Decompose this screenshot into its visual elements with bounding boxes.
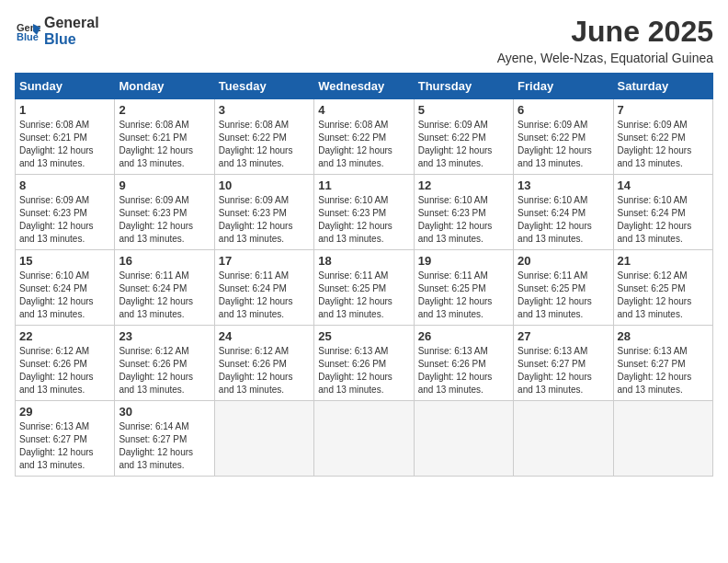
header-sunday: Sunday xyxy=(16,74,115,99)
day-number: 5 xyxy=(418,103,509,117)
day-info: Sunrise: 6:12 AMSunset: 6:25 PMDaylight:… xyxy=(618,270,692,319)
logo-general: General xyxy=(44,15,99,31)
day-info: Sunrise: 6:08 AMSunset: 6:21 PMDaylight:… xyxy=(19,120,94,168)
table-row xyxy=(514,401,613,477)
calendar-week-row: 29 Sunrise: 6:13 AMSunset: 6:27 PMDaylig… xyxy=(16,401,713,477)
day-number: 17 xyxy=(219,254,310,268)
day-info: Sunrise: 6:08 AMSunset: 6:22 PMDaylight:… xyxy=(318,120,392,168)
day-number: 11 xyxy=(318,178,409,192)
day-info: Sunrise: 6:11 AMSunset: 6:24 PMDaylight:… xyxy=(119,270,193,319)
table-row: 23 Sunrise: 6:12 AMSunset: 6:26 PMDaylig… xyxy=(115,326,214,401)
table-row: 15 Sunrise: 6:10 AMSunset: 6:24 PMDaylig… xyxy=(16,250,115,326)
day-number: 22 xyxy=(19,329,110,343)
table-row: 14 Sunrise: 6:10 AMSunset: 6:24 PMDaylig… xyxy=(613,175,712,250)
table-row: 19 Sunrise: 6:11 AMSunset: 6:25 PMDaylig… xyxy=(414,250,513,326)
header-thursday: Thursday xyxy=(414,74,513,99)
header-saturday: Saturday xyxy=(613,74,712,99)
day-number: 4 xyxy=(318,103,409,117)
svg-text:Blue: Blue xyxy=(17,31,39,42)
day-info: Sunrise: 6:13 AMSunset: 6:27 PMDaylight:… xyxy=(618,346,692,395)
day-info: Sunrise: 6:09 AMSunset: 6:23 PMDaylight:… xyxy=(119,195,193,244)
calendar-body: 1 Sunrise: 6:08 AMSunset: 6:21 PMDayligh… xyxy=(16,99,713,477)
calendar-table: Sunday Monday Tuesday Wednesday Thursday… xyxy=(15,73,713,477)
table-row: 21 Sunrise: 6:12 AMSunset: 6:25 PMDaylig… xyxy=(613,250,712,326)
day-number: 30 xyxy=(119,405,210,419)
day-info: Sunrise: 6:12 AMSunset: 6:26 PMDaylight:… xyxy=(19,346,94,395)
logo-blue: Blue xyxy=(44,31,99,48)
calendar-week-row: 1 Sunrise: 6:08 AMSunset: 6:21 PMDayligh… xyxy=(16,99,713,175)
day-number: 20 xyxy=(518,254,609,268)
header-wednesday: Wednesday xyxy=(314,74,414,99)
day-number: 15 xyxy=(19,254,110,268)
table-row: 10 Sunrise: 6:09 AMSunset: 6:23 PMDaylig… xyxy=(214,175,313,250)
day-info: Sunrise: 6:08 AMSunset: 6:22 PMDaylight:… xyxy=(219,120,293,168)
table-row: 27 Sunrise: 6:13 AMSunset: 6:27 PMDaylig… xyxy=(514,326,613,401)
day-number: 1 xyxy=(19,103,110,117)
header-friday: Friday xyxy=(514,74,613,99)
day-number: 2 xyxy=(119,103,210,117)
table-row: 22 Sunrise: 6:12 AMSunset: 6:26 PMDaylig… xyxy=(16,326,115,401)
day-number: 14 xyxy=(618,178,709,192)
day-info: Sunrise: 6:14 AMSunset: 6:27 PMDaylight:… xyxy=(119,421,193,470)
table-row: 5 Sunrise: 6:09 AMSunset: 6:22 PMDayligh… xyxy=(414,99,513,175)
day-number: 27 xyxy=(518,329,609,343)
day-number: 9 xyxy=(119,178,210,192)
table-row xyxy=(314,401,414,477)
day-number: 12 xyxy=(418,178,509,192)
day-info: Sunrise: 6:09 AMSunset: 6:23 PMDaylight:… xyxy=(19,195,94,244)
table-row: 13 Sunrise: 6:10 AMSunset: 6:24 PMDaylig… xyxy=(514,175,613,250)
day-number: 23 xyxy=(119,329,210,343)
day-number: 7 xyxy=(618,103,709,117)
calendar-header: Sunday Monday Tuesday Wednesday Thursday… xyxy=(16,74,713,99)
table-row: 25 Sunrise: 6:13 AMSunset: 6:26 PMDaylig… xyxy=(314,326,414,401)
table-row: 12 Sunrise: 6:10 AMSunset: 6:23 PMDaylig… xyxy=(414,175,513,250)
page-header: General Blue General Blue June 2025 Ayen… xyxy=(15,15,713,65)
table-row: 26 Sunrise: 6:13 AMSunset: 6:26 PMDaylig… xyxy=(414,326,513,401)
table-row xyxy=(214,401,313,477)
table-row: 24 Sunrise: 6:12 AMSunset: 6:26 PMDaylig… xyxy=(214,326,313,401)
logo-icon: General Blue xyxy=(15,18,40,44)
header-monday: Monday xyxy=(115,74,214,99)
day-info: Sunrise: 6:12 AMSunset: 6:26 PMDaylight:… xyxy=(219,346,293,395)
table-row: 17 Sunrise: 6:11 AMSunset: 6:24 PMDaylig… xyxy=(214,250,313,326)
day-info: Sunrise: 6:11 AMSunset: 6:25 PMDaylight:… xyxy=(518,270,592,319)
day-number: 25 xyxy=(318,329,409,343)
calendar-subtitle: Ayene, Wele-Nzas, Equatorial Guinea xyxy=(497,51,713,65)
table-row: 30 Sunrise: 6:14 AMSunset: 6:27 PMDaylig… xyxy=(115,401,214,477)
table-row: 7 Sunrise: 6:09 AMSunset: 6:22 PMDayligh… xyxy=(613,99,712,175)
day-info: Sunrise: 6:11 AMSunset: 6:25 PMDaylight:… xyxy=(318,270,392,319)
day-info: Sunrise: 6:09 AMSunset: 6:22 PMDaylight:… xyxy=(618,120,692,168)
day-number: 16 xyxy=(119,254,210,268)
table-row: 2 Sunrise: 6:08 AMSunset: 6:21 PMDayligh… xyxy=(115,99,214,175)
day-info: Sunrise: 6:09 AMSunset: 6:23 PMDaylight:… xyxy=(219,195,293,244)
day-number: 21 xyxy=(618,254,709,268)
day-number: 26 xyxy=(418,329,509,343)
logo: General Blue General Blue xyxy=(15,15,99,47)
table-row: 4 Sunrise: 6:08 AMSunset: 6:22 PMDayligh… xyxy=(314,99,414,175)
table-row: 18 Sunrise: 6:11 AMSunset: 6:25 PMDaylig… xyxy=(314,250,414,326)
table-row: 9 Sunrise: 6:09 AMSunset: 6:23 PMDayligh… xyxy=(115,175,214,250)
day-number: 24 xyxy=(219,329,310,343)
day-number: 28 xyxy=(618,329,709,343)
calendar-week-row: 8 Sunrise: 6:09 AMSunset: 6:23 PMDayligh… xyxy=(16,175,713,250)
day-info: Sunrise: 6:10 AMSunset: 6:24 PMDaylight:… xyxy=(618,195,692,244)
day-info: Sunrise: 6:11 AMSunset: 6:25 PMDaylight:… xyxy=(418,270,493,319)
table-row: 16 Sunrise: 6:11 AMSunset: 6:24 PMDaylig… xyxy=(115,250,214,326)
day-number: 10 xyxy=(219,178,310,192)
header-tuesday: Tuesday xyxy=(214,74,313,99)
table-row xyxy=(613,401,712,477)
day-number: 3 xyxy=(219,103,310,117)
table-row: 3 Sunrise: 6:08 AMSunset: 6:22 PMDayligh… xyxy=(214,99,313,175)
day-info: Sunrise: 6:09 AMSunset: 6:22 PMDaylight:… xyxy=(418,120,493,168)
calendar-title: June 2025 xyxy=(497,15,713,49)
table-row: 11 Sunrise: 6:10 AMSunset: 6:23 PMDaylig… xyxy=(314,175,414,250)
calendar-week-row: 22 Sunrise: 6:12 AMSunset: 6:26 PMDaylig… xyxy=(16,326,713,401)
logo-text-container: General Blue xyxy=(44,15,99,47)
day-info: Sunrise: 6:09 AMSunset: 6:22 PMDaylight:… xyxy=(518,120,592,168)
day-info: Sunrise: 6:10 AMSunset: 6:24 PMDaylight:… xyxy=(19,270,94,319)
day-info: Sunrise: 6:08 AMSunset: 6:21 PMDaylight:… xyxy=(119,120,193,168)
day-info: Sunrise: 6:10 AMSunset: 6:24 PMDaylight:… xyxy=(518,195,592,244)
day-info: Sunrise: 6:13 AMSunset: 6:26 PMDaylight:… xyxy=(418,346,493,395)
day-info: Sunrise: 6:12 AMSunset: 6:26 PMDaylight:… xyxy=(119,346,193,395)
day-number: 18 xyxy=(318,254,409,268)
